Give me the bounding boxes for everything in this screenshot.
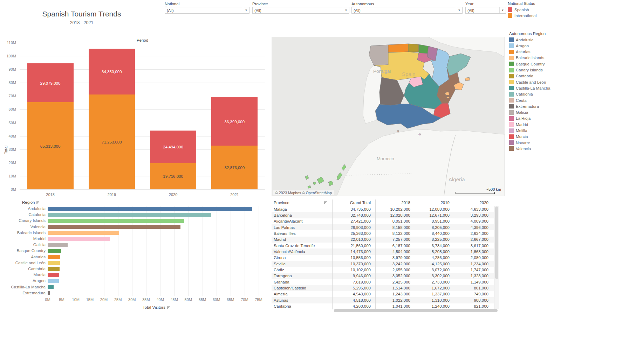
legend-item-ceuta[interactable]: Ceuta xyxy=(509,98,527,103)
cell-year-value[interactable]: 12,028,000 xyxy=(376,213,415,217)
map-region-cantabria[interactable] xyxy=(408,44,419,52)
legend-item-balearic-islands[interactable]: Balearic Islands xyxy=(509,56,544,60)
cell-province[interactable]: Cádiz xyxy=(272,268,332,272)
cell-grand-total[interactable]: 9,946,000 xyxy=(332,273,376,279)
cell-grand-total[interactable]: 7,819,000 xyxy=(332,279,376,285)
table-row[interactable]: Valencia/València14,473,0004,504,0005,20… xyxy=(272,248,499,254)
cell-year-value[interactable]: 8,051,000 xyxy=(376,219,415,223)
cell-year-value[interactable]: 4,504,000 xyxy=(376,250,415,254)
region-bar-castile-and-león[interactable] xyxy=(48,261,60,265)
region-bar-catalonia[interactable] xyxy=(48,213,211,217)
cell-year-value[interactable]: 801,000 xyxy=(454,286,493,290)
region-bar-basque-country[interactable] xyxy=(48,249,61,253)
legend-item-cantabria[interactable]: Cantabria xyxy=(509,74,533,78)
cell-year-value[interactable]: 2,634,000 xyxy=(454,231,493,236)
region-bar-extremadura[interactable] xyxy=(48,291,50,295)
legend-item-la-rioja[interactable]: La Rioja xyxy=(509,116,531,121)
cell-year-value[interactable]: 8,205,000 xyxy=(415,225,454,230)
region-bar-cantabria[interactable] xyxy=(48,267,60,271)
cell-year-value[interactable]: 1,514,000 xyxy=(376,286,415,290)
legend-item-melilla[interactable]: Melilla xyxy=(509,128,527,133)
table-row[interactable]: Las Palmas26,903,0008,158,0008,205,0004,… xyxy=(272,224,499,230)
legend-item-spanish[interactable]: Spanish xyxy=(508,7,529,12)
table-row[interactable]: Almería4,543,0001,243,0001,337,000749,00… xyxy=(272,291,499,297)
cell-grand-total[interactable]: 25,363,000 xyxy=(332,230,376,236)
filter-dropdown-province[interactable]: (All)▼ xyxy=(252,7,349,14)
table-row[interactable]: Málaga34,735,00010,202,00012,088,0004,63… xyxy=(272,206,499,212)
table-row[interactable]: Castellón/Castelló5,295,0001,514,0001,67… xyxy=(272,285,499,291)
vertical-scrollbar[interactable] xyxy=(494,206,499,309)
region-bar-castilla-la-mancha[interactable] xyxy=(48,285,54,289)
table-row[interactable]: Alicante/Alacant27,421,0008,051,0008,951… xyxy=(272,218,499,224)
cell-year-value[interactable]: 3,242,000 xyxy=(376,262,415,266)
cell-year-value[interactable]: 12,671,000 xyxy=(415,213,454,217)
cell-province[interactable]: Castellón/Castelló xyxy=(272,286,332,290)
legend-item-valencia[interactable]: Valencia xyxy=(509,146,531,151)
cell-year-value[interactable]: 8,225,000 xyxy=(415,237,454,241)
column-header-2020[interactable]: 2020 xyxy=(454,201,493,205)
dropdown-button[interactable]: ▼ xyxy=(243,7,249,13)
column-header-2019[interactable]: 2019 xyxy=(415,201,454,205)
sort-icon[interactable] xyxy=(36,201,40,205)
region-bar-balearic-islands[interactable] xyxy=(48,231,119,235)
cell-province[interactable]: Asturias xyxy=(272,298,332,302)
cell-year-value[interactable]: 1,863,000 xyxy=(454,250,493,254)
cell-province[interactable]: Tarragona xyxy=(272,274,332,278)
cell-grand-total[interactable]: 32,748,000 xyxy=(332,212,376,218)
cell-year-value[interactable]: 4,009,000 xyxy=(454,219,493,223)
table-row[interactable]: Sevilla10,370,0003,242,0004,125,0001,234… xyxy=(272,261,499,267)
legend-item-castile-and-león[interactable]: Castile and León xyxy=(509,80,546,84)
table-row[interactable]: Tarragona9,946,0003,052,0003,302,0001,32… xyxy=(272,273,499,279)
cell-province[interactable]: Madrid xyxy=(272,237,332,241)
cell-year-value[interactable]: 908,000 xyxy=(454,298,493,302)
cell-grand-total[interactable]: 4,518,000 xyxy=(332,297,376,303)
table-row[interactable]: Madrid22,010,0007,257,0008,225,0002,667,… xyxy=(272,237,499,243)
cell-year-value[interactable]: 1,328,000 xyxy=(454,274,493,278)
sort-icon[interactable] xyxy=(167,306,170,310)
dropdown-button[interactable]: ▼ xyxy=(456,7,462,13)
legend-item-andalusia[interactable]: Andalusia xyxy=(509,37,534,42)
map-region-asturias[interactable] xyxy=(388,44,408,52)
table-row[interactable]: Asturias4,518,0001,022,0001,310,000908,0… xyxy=(272,297,499,303)
legend-item-international[interactable]: International xyxy=(508,13,536,18)
cell-year-value[interactable]: 2,080,000 xyxy=(454,255,493,260)
cell-year-value[interactable]: 821,000 xyxy=(454,304,493,308)
spain-map[interactable]: Portugal Spain Morocco Algeria xyxy=(272,37,505,196)
cell-year-value[interactable]: 6,187,000 xyxy=(376,244,415,248)
cell-grand-total[interactable]: 22,010,000 xyxy=(332,237,376,243)
cell-year-value[interactable]: 4,125,000 xyxy=(415,262,454,266)
cell-year-value[interactable]: 1,240,000 xyxy=(415,304,454,308)
legend-item-navarre[interactable]: Navarre xyxy=(509,140,530,145)
cell-grand-total[interactable]: 21,560,000 xyxy=(332,243,376,248)
cell-year-value[interactable]: 3,617,000 xyxy=(454,244,493,248)
filter-dropdown-national-status[interactable]: (All)▼ xyxy=(165,7,249,14)
table-row[interactable]: Cádiz10,102,0002,655,0003,072,0001,747,0… xyxy=(272,267,499,273)
cell-year-value[interactable]: 2,655,000 xyxy=(376,268,415,272)
cell-year-value[interactable]: 1,041,000 xyxy=(376,304,415,308)
cell-year-value[interactable]: 10,202,000 xyxy=(376,207,415,211)
cell-year-value[interactable]: 4,396,000 xyxy=(454,225,493,230)
cell-year-value[interactable]: 7,257,000 xyxy=(376,237,415,241)
cell-year-value[interactable]: 1,022,000 xyxy=(376,298,415,302)
table-row[interactable]: Balears Illes25,363,0008,132,0008,440,00… xyxy=(272,230,499,236)
horizontal-scrollbar-thumb[interactable] xyxy=(334,309,498,312)
cell-grand-total[interactable]: 10,370,000 xyxy=(332,261,376,267)
legend-item-extremadura[interactable]: Extremadura xyxy=(509,104,539,108)
table-row[interactable]: Granada7,819,0002,425,0002,733,0001,149,… xyxy=(272,279,499,285)
column-header-province[interactable]: Province xyxy=(272,201,332,205)
cell-province[interactable]: Balears Illes xyxy=(272,231,332,236)
cell-grand-total[interactable]: 34,735,000 xyxy=(332,206,376,212)
cell-province[interactable]: Málaga xyxy=(272,207,332,211)
cell-year-value[interactable]: 2,667,000 xyxy=(454,237,493,241)
cell-year-value[interactable]: 4,286,000 xyxy=(415,255,454,260)
legend-item-aragon[interactable]: Aragon xyxy=(509,43,529,48)
cell-year-value[interactable]: 2,733,000 xyxy=(415,280,454,284)
cell-province[interactable]: Las Palmas xyxy=(272,225,332,230)
cell-grand-total[interactable]: 4,543,000 xyxy=(332,291,376,297)
cell-year-value[interactable]: 5,208,000 xyxy=(415,250,454,254)
cell-grand-total[interactable]: 5,295,000 xyxy=(332,285,376,291)
cell-year-value[interactable]: 1,243,000 xyxy=(376,292,415,296)
region-bar-canary-islands[interactable] xyxy=(48,219,184,223)
region-bar-madrid[interactable] xyxy=(48,237,110,241)
cell-province[interactable]: Barcelona xyxy=(272,213,332,217)
